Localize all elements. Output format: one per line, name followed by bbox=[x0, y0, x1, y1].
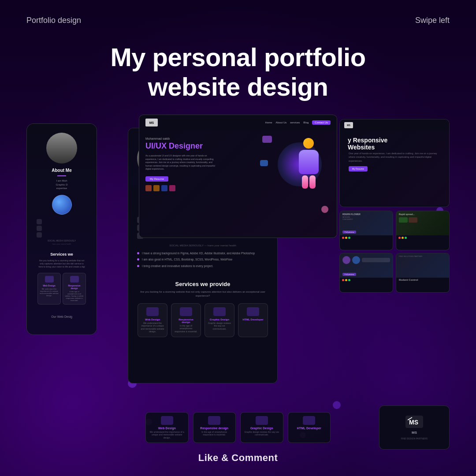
mobile-card-responsive-title: Responsive design bbox=[65, 284, 84, 290]
service-card-graphic-text: Graphic design reviews the way we commun… bbox=[208, 322, 231, 331]
grid-card-img-4: FIND SOLUTIONS PARTNER bbox=[396, 253, 449, 278]
service-card-web-text: We understand the importance of a unique… bbox=[141, 322, 164, 333]
ms-logo-svg: MS bbox=[405, 416, 423, 428]
bottom-card-responsive-icon bbox=[208, 416, 220, 425]
bottom-card-graphic-text: Graphic design reviews the way we commun… bbox=[243, 431, 280, 436]
grid-card-img-3: Full preview bbox=[340, 253, 393, 278]
hero-heading-2: Designer bbox=[169, 141, 203, 150]
bottom-card-graphic: Graphic Design Graphic design reviews th… bbox=[240, 412, 283, 443]
right-logo: MS bbox=[344, 122, 353, 128]
portfolio-label: Portfolio design bbox=[26, 16, 81, 25]
bullet-dot bbox=[137, 252, 139, 254]
bottom-card-web-icon bbox=[161, 416, 173, 425]
mobile-card-web-title: Web Design bbox=[40, 284, 59, 287]
mobile-profile-photo bbox=[46, 133, 77, 164]
service-card-responsive: Responsive design In the age of smartpho… bbox=[171, 303, 201, 337]
footer-label: Like & Comment bbox=[198, 452, 278, 464]
mobile-card-responsive-text: In the age of smartphones and tablets, h… bbox=[65, 290, 84, 302]
grid-card-img-2: Rapid spread... bbox=[396, 211, 449, 235]
grid-card-rapid-spread: Rapid spread... bbox=[396, 211, 450, 250]
mobile-about-title: About Me bbox=[33, 168, 90, 173]
service-card-graphic-icon bbox=[213, 307, 226, 316]
service-card-graphic: Graphic Design Graphic design reviews th… bbox=[205, 303, 234, 337]
main-title: My personal portfolio website design bbox=[0, 43, 476, 101]
hero-3d-decoration bbox=[260, 134, 331, 222]
right-nav: MS bbox=[340, 119, 449, 131]
ms-logo-text: MS bbox=[412, 431, 417, 435]
title-line1: My personal portfolio bbox=[110, 43, 365, 71]
bottom-card-responsive: Responsive design In the age of smartpho… bbox=[193, 412, 236, 443]
right-desc: One year of hands-on experience, I am de… bbox=[344, 152, 445, 163]
tool-xd bbox=[169, 185, 175, 191]
about-bullets: I have a strong background in Figma, Ado… bbox=[128, 251, 277, 274]
screenshot-right-bottom-logo: MS MS FIND DESIGN PARTNERS bbox=[379, 405, 450, 450]
about-bullet-3: I bring creative and innovative solution… bbox=[137, 264, 268, 268]
floating-element-1 bbox=[262, 136, 272, 143]
screenshot-right-grid: RDERN FLOWER MISSIONSTATEMENT Full previ… bbox=[339, 211, 450, 293]
bottom-card-web-text: We understand the importance of a unique… bbox=[149, 431, 186, 439]
mobile-services-title: Services we bbox=[37, 252, 86, 257]
service-card-graphic-title: Graphic Design bbox=[208, 318, 231, 321]
services-desc: Are you looking for a stunning website t… bbox=[137, 290, 268, 298]
mobile-about-text: I am MuhGraphic Dexpertise bbox=[33, 179, 90, 190]
right-inner-content: y ResponsiveWebsites One year of hands-o… bbox=[340, 131, 449, 205]
swipe-label: Swipe left bbox=[415, 16, 450, 25]
mobile-services: Services we Are you looking for a stunni… bbox=[33, 245, 90, 312]
title-section: My personal portfolio website design bbox=[0, 25, 476, 115]
nav-contact-btn[interactable]: Contact Us bbox=[312, 120, 331, 125]
service-card-web: Web Design We understand the importance … bbox=[138, 303, 167, 337]
bullet-dot bbox=[137, 265, 139, 267]
bullet-text-2: I am also good in HTML, CSS, Bootstrap, … bbox=[142, 257, 232, 261]
mobile-service-cards-row: Web Design We understand the importance … bbox=[37, 273, 86, 305]
bullet-text-1: I have a strong background in Figma, Ado… bbox=[142, 251, 255, 255]
mobile-social-label: SOCIAL MEDIA SERIOUSLY bbox=[33, 238, 90, 243]
dot-green bbox=[348, 237, 350, 239]
bottom-card-responsive-title: Responsive design bbox=[196, 427, 233, 430]
about-services-section: Services we provide Are you looking for … bbox=[128, 275, 277, 343]
preview-btn-3[interactable]: Full preview bbox=[342, 273, 356, 276]
mobile-social-icon-instagram bbox=[37, 219, 42, 224]
service-card-responsive-title: Responsive design bbox=[174, 318, 198, 324]
hero-description: As a passionate UI and UX designer with … bbox=[145, 154, 216, 171]
nav-services: services bbox=[290, 121, 300, 124]
grid-card-modern-flower: RDERN FLOWER MISSIONSTATEMENT Full previ… bbox=[339, 211, 393, 250]
responsive-screenshot: MS y ResponsiveWebsites One year of hand… bbox=[339, 119, 450, 207]
mobile-globe bbox=[52, 195, 72, 215]
tool-ai bbox=[153, 185, 160, 191]
right-heading: y ResponsiveWebsites bbox=[344, 134, 445, 152]
title-line2: website design bbox=[148, 72, 328, 101]
right-resume-btn[interactable]: My Resume bbox=[349, 166, 368, 171]
floating-element-3 bbox=[321, 206, 328, 213]
svg-text:MS: MS bbox=[409, 419, 418, 426]
bullet-text-3: I bring creative and innovative solution… bbox=[142, 264, 213, 268]
hero-logo: MS bbox=[145, 119, 158, 126]
hero-nav-links: Home About Us services Blog Contact Us bbox=[265, 120, 331, 125]
bottom-card-html-title: HTML Developer bbox=[291, 427, 328, 430]
bottom-card-web: Web Design We understand the importance … bbox=[145, 412, 189, 443]
grid-card-img-1: RDERN FLOWER MISSIONSTATEMENT Full previ… bbox=[340, 211, 393, 235]
hero-resume-btn[interactable]: My Resume bbox=[145, 176, 168, 182]
screenshots-area: About Me I am MuhGraphic Dexpertise SOCI… bbox=[0, 115, 476, 414]
bottom-service-cards: Web Design We understand the importance … bbox=[145, 412, 331, 443]
mobile-bottom-label: Our Web Desig bbox=[33, 312, 90, 320]
header: Portfolio design Swipe left bbox=[0, 0, 476, 25]
ms-logo-subtitle: FIND DESIGN PARTNERS bbox=[401, 437, 428, 440]
grid-dots-3 bbox=[340, 278, 393, 283]
mobile-about-line bbox=[57, 175, 66, 176]
hero-nav: MS Home About Us services Blog Contact U… bbox=[139, 115, 337, 130]
service-card-responsive-text: In the age of smartphones responsive is … bbox=[174, 324, 198, 333]
dot-yellow-2 bbox=[402, 237, 404, 239]
services-title: Services we provide bbox=[137, 281, 268, 287]
floating-element-2 bbox=[260, 160, 268, 166]
grid-card-rodent: FIND SOLUTIONS PARTNER Rodent Control bbox=[396, 253, 450, 293]
mobile-screenshot: About Me I am MuhGraphic Dexpertise SOCI… bbox=[26, 123, 97, 335]
service-cards-row: Web Design We understand the importance … bbox=[137, 303, 268, 337]
mobile-card-web-icon bbox=[45, 276, 54, 283]
hero-3d-figure bbox=[293, 138, 324, 191]
mobile-card-responsive: Responsive design In the age of smartpho… bbox=[63, 273, 86, 305]
mobile-social-icon-twitter bbox=[37, 226, 42, 231]
grid-dots-2 bbox=[396, 235, 449, 240]
bottom-card-web-title: Web Design bbox=[149, 427, 186, 430]
mobile-services-desc: Are you looking for a stunning website t… bbox=[37, 259, 86, 268]
preview-btn-1[interactable]: Full preview bbox=[342, 231, 356, 234]
